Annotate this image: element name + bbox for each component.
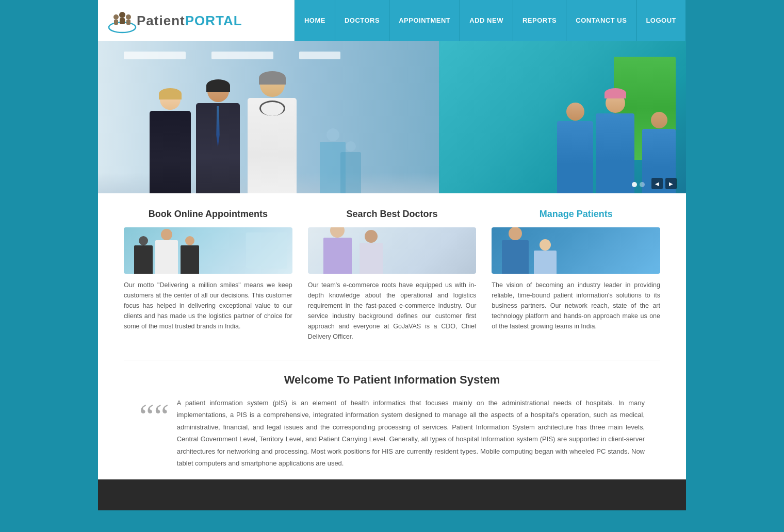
main-nav: HOME DOCTORS APPOINTMENT ADD NEW REPORTS…	[295, 0, 686, 41]
carousel-next-btn[interactable]: ▶	[665, 178, 677, 189]
features-row: Book Online Appointments	[124, 209, 660, 342]
nav-add-new[interactable]: ADD NEW	[460, 0, 513, 41]
svg-point-3	[119, 12, 125, 18]
feature-2-image	[308, 227, 477, 274]
nav-contact[interactable]: CONTANCT US	[566, 0, 636, 41]
nav-reports[interactable]: REPORTS	[513, 0, 566, 41]
svg-rect-4	[120, 18, 125, 24]
logo: PatientPORTAL	[98, 8, 242, 34]
carousel-dot-1[interactable]	[632, 182, 637, 187]
quote-block: ““ A patient information system (pIS) is…	[124, 397, 660, 469]
main-content: Book Online Appointments	[98, 193, 686, 479]
svg-rect-6	[126, 20, 130, 25]
nav-doctors[interactable]: DOCTORS	[335, 0, 389, 41]
feature-book-appointments: Book Online Appointments	[124, 209, 292, 342]
feature-1-text: Our motto "Delivering a million smiles" …	[124, 280, 292, 331]
quote-mark: ““	[139, 405, 169, 428]
carousel-prev-btn[interactable]: ◀	[651, 178, 663, 189]
feature-search-doctors: Search Best Doctors Our team'	[308, 209, 477, 342]
logo-text: PatientPORTAL	[137, 13, 242, 29]
nav-appointment[interactable]: APPOINTMENT	[389, 0, 460, 41]
feature-2-title: Search Best Doctors	[308, 209, 477, 220]
welcome-section: Welcome To Patient Information System ““…	[124, 360, 660, 469]
feature-manage-patients: Manage Patients The vision of	[492, 209, 660, 342]
footer	[98, 479, 686, 510]
feature-1-title: Book Online Appointments	[124, 209, 292, 220]
feature-3-text: The vision of becoming an industry leade…	[492, 280, 660, 331]
svg-point-5	[126, 14, 131, 20]
welcome-text: A patient information system (pIS) is an…	[177, 397, 645, 469]
hero-banner: ◀ ▶	[98, 41, 686, 193]
carousel-dots	[632, 182, 645, 187]
carousel-dot-2[interactable]	[640, 182, 645, 187]
feature-2-text: Our team's e-commerce roots have equippe…	[308, 280, 477, 342]
feature-3-image	[492, 227, 660, 274]
logo-icon	[108, 8, 137, 34]
feature-3-title: Manage Patients	[492, 209, 660, 220]
welcome-title: Welcome To Patient Information System	[124, 373, 660, 387]
feature-1-image	[124, 227, 292, 274]
svg-rect-2	[114, 20, 118, 25]
nav-home[interactable]: HOME	[295, 0, 335, 41]
svg-point-1	[113, 14, 119, 20]
nav-logout[interactable]: LOGOUT	[636, 0, 686, 41]
